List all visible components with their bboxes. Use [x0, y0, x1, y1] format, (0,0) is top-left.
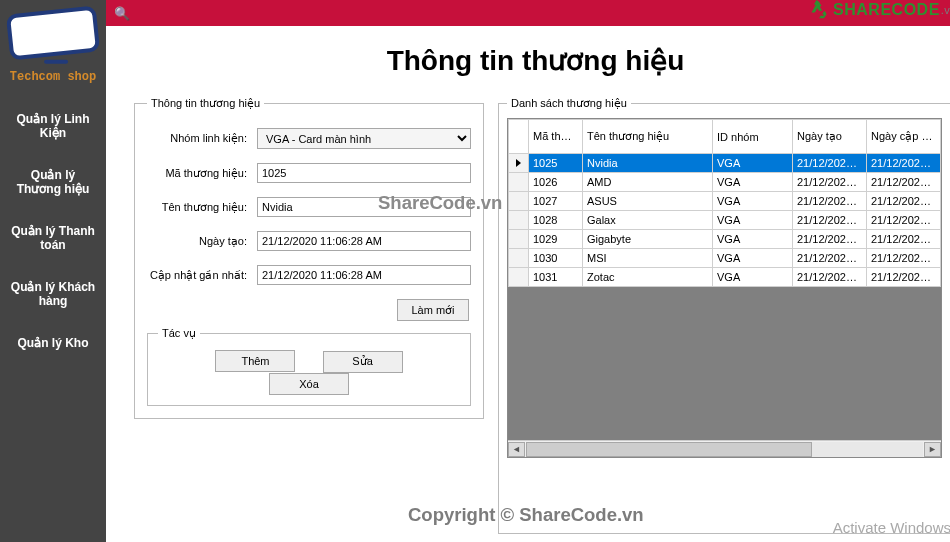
- sidebar-item-linh-kien[interactable]: Quản lý Linh Kiện: [0, 98, 106, 154]
- grid-empty-area: [508, 287, 941, 440]
- row-updated: Cập nhật gần nhất:: [147, 265, 471, 285]
- col-group[interactable]: ID nhóm: [713, 120, 793, 154]
- cell-name[interactable]: ASUS: [583, 192, 713, 211]
- grid-wrap: Mã thương hiệu Tên thương hiệu ID nhóm N…: [507, 118, 942, 458]
- cell-updated[interactable]: 21/12/2020 ...: [867, 192, 941, 211]
- scroll-right-icon[interactable]: ►: [924, 442, 941, 457]
- grid-hscrollbar[interactable]: ◄ ►: [508, 440, 941, 457]
- cell-name[interactable]: Zotac: [583, 268, 713, 287]
- row-header: [509, 230, 529, 249]
- logo-box: Techcom shop: [0, 0, 106, 90]
- cell-created[interactable]: 21/12/2020 ...: [793, 230, 867, 249]
- sidebar-nav: Quản lý Linh Kiện Quản lý Thương hiệu Qu…: [0, 98, 106, 364]
- table-row[interactable]: 1026AMDVGA21/12/2020 ...21/12/2020 ...: [509, 173, 941, 192]
- row-created: Ngày tạo:: [147, 231, 471, 251]
- grid-corner: [509, 120, 529, 154]
- search-icon: 🔍: [114, 6, 130, 21]
- cell-created[interactable]: 21/12/2020 ...: [793, 249, 867, 268]
- edit-button[interactable]: Sửa: [323, 351, 403, 373]
- sidebar-item-thanh-toan[interactable]: Quản lý Thanh toán: [0, 210, 106, 266]
- add-button[interactable]: Thêm: [215, 350, 295, 372]
- delete-button[interactable]: Xóa: [269, 373, 349, 395]
- sidebar: Techcom shop Quản lý Linh Kiện Quản lý T…: [0, 0, 106, 542]
- scroll-track[interactable]: [526, 442, 923, 457]
- row-header: [509, 173, 529, 192]
- table-row[interactable]: 1028GalaxVGA21/12/2020 ...21/12/2020 ...: [509, 211, 941, 230]
- cell-name[interactable]: AMD: [583, 173, 713, 192]
- row-id: Mã thương hiệu:: [147, 163, 471, 183]
- cell-name[interactable]: Nvidia: [583, 154, 713, 173]
- cell-updated[interactable]: 21/12/2020 ...: [867, 173, 941, 192]
- monitor-icon: [8, 10, 98, 66]
- col-updated[interactable]: Ngày cập nhật: [867, 120, 941, 154]
- cell-created[interactable]: 21/12/2020 ...: [793, 192, 867, 211]
- cell-updated[interactable]: 21/12/2020 ...: [867, 154, 941, 173]
- cell-group[interactable]: VGA: [713, 268, 793, 287]
- row-selected-icon: [516, 159, 521, 167]
- table-row[interactable]: 1030MSIVGA21/12/2020 ...21/12/2020 ...: [509, 249, 941, 268]
- table-row[interactable]: 1031ZotacVGA21/12/2020 ...21/12/2020 ...: [509, 268, 941, 287]
- label-updated: Cập nhật gần nhất:: [147, 269, 257, 282]
- actions-legend: Tác vụ: [158, 327, 200, 340]
- cell-updated[interactable]: 21/12/2020 ...: [867, 268, 941, 287]
- refresh-row: Làm mới: [147, 299, 469, 321]
- row-group: Nhóm linh kiện: VGA - Card màn hình: [147, 128, 471, 149]
- cell-id[interactable]: 1027: [529, 192, 583, 211]
- cell-group[interactable]: VGA: [713, 154, 793, 173]
- cell-group[interactable]: VGA: [713, 230, 793, 249]
- brand-list-fieldset: Danh sách thương hiệu Mã thương hiệu Tên…: [498, 97, 950, 534]
- scroll-thumb[interactable]: [526, 442, 812, 457]
- sidebar-item-kho[interactable]: Quản lý Kho: [0, 322, 106, 364]
- table-row[interactable]: 1025NvidiaVGA21/12/2020 ...21/12/2020 ..…: [509, 154, 941, 173]
- cell-id[interactable]: 1029: [529, 230, 583, 249]
- cell-updated[interactable]: 21/12/2020 ...: [867, 249, 941, 268]
- page-title: Thông tin thương hiệu: [106, 44, 950, 77]
- cell-id[interactable]: 1031: [529, 268, 583, 287]
- cell-group[interactable]: VGA: [713, 192, 793, 211]
- col-created[interactable]: Ngày tạo: [793, 120, 867, 154]
- cell-group[interactable]: VGA: [713, 173, 793, 192]
- input-created[interactable]: [257, 231, 471, 251]
- sidebar-item-thuong-hieu[interactable]: Quản lý Thương hiệu: [0, 154, 106, 210]
- col-name[interactable]: Tên thương hiệu: [583, 120, 713, 154]
- refresh-button[interactable]: Làm mới: [397, 299, 469, 321]
- select-group[interactable]: VGA - Card màn hình: [257, 128, 471, 149]
- cell-created[interactable]: 21/12/2020 ...: [793, 211, 867, 230]
- cell-id[interactable]: 1028: [529, 211, 583, 230]
- sidebar-item-khach-hang[interactable]: Quản lý Khách hàng: [0, 266, 106, 322]
- label-brand-id: Mã thương hiệu:: [147, 167, 257, 180]
- brand-list-legend: Danh sách thương hiệu: [507, 97, 631, 110]
- label-created: Ngày tạo:: [147, 235, 257, 248]
- row-name: Tên thương hiệu:: [147, 197, 471, 217]
- shop-name: Techcom shop: [8, 70, 98, 84]
- cell-id[interactable]: 1025: [529, 154, 583, 173]
- scroll-left-icon[interactable]: ◄: [508, 442, 525, 457]
- table-row[interactable]: 1029GigabyteVGA21/12/2020 ...21/12/2020 …: [509, 230, 941, 249]
- cell-name[interactable]: Gigabyte: [583, 230, 713, 249]
- label-group: Nhóm linh kiện:: [147, 132, 257, 145]
- cell-updated[interactable]: 21/12/2020 ...: [867, 211, 941, 230]
- row-header: [509, 211, 529, 230]
- sharecode-suffix: .vn: [941, 4, 950, 16]
- list-column: Danh sách thương hiệu Mã thương hiệu Tên…: [498, 97, 950, 534]
- form-column: Thông tin thương hiệu Nhóm linh kiện: VG…: [134, 97, 484, 534]
- cell-name[interactable]: Galax: [583, 211, 713, 230]
- cell-id[interactable]: 1026: [529, 173, 583, 192]
- sharecode-brand: SHARECODE: [833, 1, 940, 19]
- input-brand-name[interactable]: [257, 197, 471, 217]
- cell-created[interactable]: 21/12/2020 ...: [793, 268, 867, 287]
- cell-created[interactable]: 21/12/2020 ...: [793, 173, 867, 192]
- cell-created[interactable]: 21/12/2020 ...: [793, 154, 867, 173]
- cell-name[interactable]: MSI: [583, 249, 713, 268]
- input-brand-id[interactable]: [257, 163, 471, 183]
- col-id[interactable]: Mã thương hiệu: [529, 120, 583, 154]
- input-updated[interactable]: [257, 265, 471, 285]
- cell-group[interactable]: VGA: [713, 249, 793, 268]
- recycle-icon: [809, 0, 829, 20]
- brand-grid[interactable]: Mã thương hiệu Tên thương hiệu ID nhóm N…: [508, 119, 941, 287]
- cell-id[interactable]: 1030: [529, 249, 583, 268]
- cell-updated[interactable]: 21/12/2020 ...: [867, 230, 941, 249]
- cell-group[interactable]: VGA: [713, 211, 793, 230]
- table-row[interactable]: 1027ASUSVGA21/12/2020 ...21/12/2020 ...: [509, 192, 941, 211]
- brand-info-legend: Thông tin thương hiệu: [147, 97, 264, 110]
